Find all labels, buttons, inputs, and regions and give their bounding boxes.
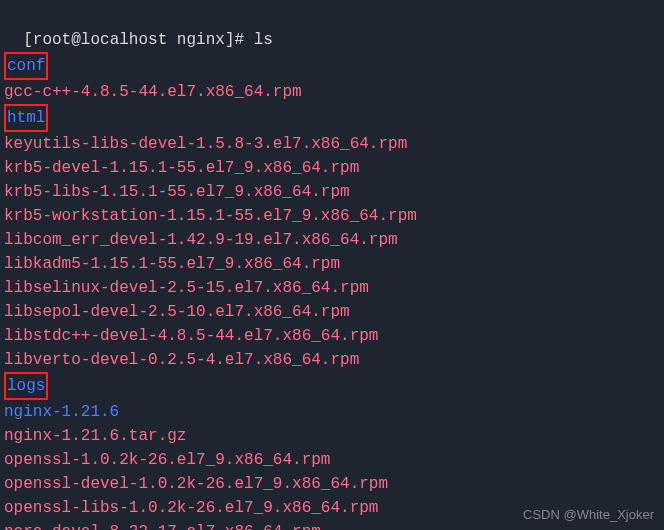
file-entry: libverto-devel-0.2.5-4.el7.x86_64.rpm	[4, 351, 359, 369]
list-item: logs	[4, 372, 660, 400]
file-entry: openssl-devel-1.0.2k-26.el7_9.x86_64.rpm	[4, 475, 388, 493]
prompt-open-bracket: [	[23, 31, 33, 49]
file-entry: keyutils-libs-devel-1.5.8-3.el7.x86_64.r…	[4, 135, 407, 153]
list-item: krb5-devel-1.15.1-55.el7_9.x86_64.rpm	[4, 156, 660, 180]
prompt-cwd: nginx	[177, 31, 225, 49]
command-text: ls	[254, 31, 273, 49]
list-item: nginx-1.21.6.tar.gz	[4, 424, 660, 448]
watermark: CSDN @White_Xjoker	[523, 505, 654, 525]
file-entry: libstdc++-devel-4.8.5-44.el7.x86_64.rpm	[4, 327, 378, 345]
file-entry: libcom_err_devel-1.42.9-19.el7.x86_64.rp…	[4, 231, 398, 249]
list-item: libselinux-devel-2.5-15.el7.x86_64.rpm	[4, 276, 660, 300]
prompt-symbol: #	[234, 31, 244, 49]
file-entry: openssl-libs-1.0.2k-26.el7_9.x86_64.rpm	[4, 499, 378, 517]
list-item: krb5-workstation-1.15.1-55.el7_9.x86_64.…	[4, 204, 660, 228]
list-item: openssl-devel-1.0.2k-26.el7_9.x86_64.rpm	[4, 472, 660, 496]
list-item: html	[4, 104, 660, 132]
file-entry: libsepol-devel-2.5-10.el7.x86_64.rpm	[4, 303, 350, 321]
file-entry: pcre-devel-8.32-17.el7.x86_64.rpm	[4, 523, 321, 530]
directory-entry: html	[4, 104, 48, 132]
file-entry: openssl-1.0.2k-26.el7_9.x86_64.rpm	[4, 451, 330, 469]
prompt-space	[167, 31, 177, 49]
list-item: libverto-devel-0.2.5-4.el7.x86_64.rpm	[4, 348, 660, 372]
list-item: krb5-libs-1.15.1-55.el7_9.x86_64.rpm	[4, 180, 660, 204]
list-item: openssl-1.0.2k-26.el7_9.x86_64.rpm	[4, 448, 660, 472]
list-item: conf	[4, 52, 660, 80]
prompt-line[interactable]: [root@localhost nginx]# ls	[4, 4, 660, 52]
file-entry: gcc-c++-4.8.5-44.el7.x86_64.rpm	[4, 83, 302, 101]
list-item: libkadm5-1.15.1-55.el7_9.x86_64.rpm	[4, 252, 660, 276]
file-entry: krb5-workstation-1.15.1-55.el7_9.x86_64.…	[4, 207, 417, 225]
directory-entry: nginx-1.21.6	[4, 403, 119, 421]
file-entry: nginx-1.21.6.tar.gz	[4, 427, 186, 445]
prompt-user: root	[33, 31, 71, 49]
list-item: gcc-c++-4.8.5-44.el7.x86_64.rpm	[4, 80, 660, 104]
list-item: libstdc++-devel-4.8.5-44.el7.x86_64.rpm	[4, 324, 660, 348]
file-entry: libkadm5-1.15.1-55.el7_9.x86_64.rpm	[4, 255, 340, 273]
file-entry: krb5-devel-1.15.1-55.el7_9.x86_64.rpm	[4, 159, 359, 177]
prompt-at: @	[71, 31, 81, 49]
file-entry: libselinux-devel-2.5-15.el7.x86_64.rpm	[4, 279, 369, 297]
list-item: keyutils-libs-devel-1.5.8-3.el7.x86_64.r…	[4, 132, 660, 156]
prompt-host: localhost	[81, 31, 167, 49]
prompt-space2	[244, 31, 254, 49]
list-item: nginx-1.21.6	[4, 400, 660, 424]
list-item: libsepol-devel-2.5-10.el7.x86_64.rpm	[4, 300, 660, 324]
ls-output: confgcc-c++-4.8.5-44.el7.x86_64.rpmhtmlk…	[4, 52, 660, 530]
file-entry: krb5-libs-1.15.1-55.el7_9.x86_64.rpm	[4, 183, 350, 201]
directory-entry: conf	[4, 52, 48, 80]
directory-entry: logs	[4, 372, 48, 400]
list-item: libcom_err_devel-1.42.9-19.el7.x86_64.rp…	[4, 228, 660, 252]
